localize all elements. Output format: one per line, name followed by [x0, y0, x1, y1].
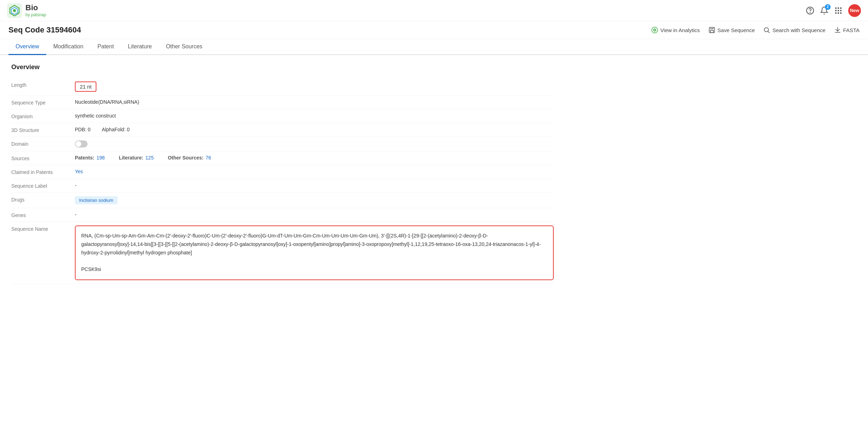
label-seq-type: Sequence Type [11, 99, 75, 106]
svg-line-21 [768, 31, 770, 33]
label-seq-label: Sequence Label [11, 182, 75, 189]
other-sources-value[interactable]: 76 [206, 155, 211, 161]
label-domain: Domain [11, 140, 75, 147]
brand-text: Bio by patsnap [25, 4, 46, 17]
overview-table: Length 21 nt Sequence Type Nucleotide(DN… [11, 78, 554, 284]
notification-badge: 2 [825, 4, 831, 10]
length-badge: 21 nt [75, 82, 96, 92]
overview-row-sources: Sources Patents: 198 Literature: 125 Oth… [11, 151, 554, 165]
fasta-button[interactable]: FASTA [834, 26, 860, 34]
value-organism: synthetic construct [75, 113, 554, 119]
tab-other-sources[interactable]: Other Sources [159, 39, 209, 55]
svg-rect-14 [840, 12, 842, 14]
label-length: Length [11, 82, 75, 88]
header-right: 2 New [806, 4, 861, 17]
help-button[interactable] [806, 6, 814, 15]
svg-point-17 [654, 29, 655, 30]
pdb-value: PDB: 0 [75, 127, 90, 132]
domain-toggle[interactable] [75, 140, 88, 147]
seq-name-box: RNA, (Cm-sp-Um-sp-Am-Gm-Am-Cm-(2′-deoxy-… [75, 225, 554, 280]
other-sources-label: Other Sources: [168, 155, 203, 161]
overview-row-length: Length 21 nt [11, 78, 554, 96]
tab-patent[interactable]: Patent [90, 39, 121, 55]
patents-label: Patents: [75, 155, 94, 161]
overview-row-organism: Organism synthetic construct [11, 109, 554, 123]
notification-button[interactable]: 2 [820, 6, 828, 15]
tab-modification[interactable]: Modification [46, 39, 90, 55]
literature-value[interactable]: 125 [145, 155, 154, 161]
svg-rect-19 [710, 30, 713, 33]
value-genes: - [75, 212, 554, 217]
overview-row-seq-label: Sequence Label - [11, 179, 554, 193]
source-literature: Literature: 125 [119, 155, 154, 161]
svg-rect-11 [840, 10, 842, 11]
toolbar-actions: View in Analytics Save Sequence Search w… [651, 26, 860, 34]
tab-overview[interactable]: Overview [8, 39, 46, 55]
svg-point-3 [13, 9, 16, 12]
overview-row-genes: Genes - [11, 208, 554, 222]
svg-rect-8 [840, 7, 842, 9]
label-organism: Organism [11, 113, 75, 119]
view-analytics-button[interactable]: View in Analytics [651, 26, 700, 34]
value-drugs: Inclisiran sodium [75, 196, 554, 204]
claimed-value: Yes [75, 169, 83, 174]
value-seq-type: Nucleotide(DNA/RNA,siRNA) [75, 99, 554, 105]
analytics-icon [651, 26, 658, 34]
label-genes: Genes [11, 212, 75, 218]
label-sources: Sources [11, 155, 75, 161]
svg-rect-12 [835, 12, 837, 14]
svg-point-5 [810, 12, 810, 13]
overview-row-seq-type: Sequence Type Nucleotide(DNA/RNA,siRNA) [11, 96, 554, 109]
label-claimed: Claimed in Patents [11, 169, 75, 175]
toolbar: Seq Code 31594604 View in Analytics Save… [0, 21, 868, 39]
literature-label: Literature: [119, 155, 143, 161]
value-claimed: Yes [75, 169, 554, 174]
drug-chip[interactable]: Inclisiran sodium [75, 196, 118, 204]
value-seq-label: - [75, 182, 554, 188]
seq-name-short: PCSK9si [81, 265, 547, 274]
new-badge[interactable]: New [848, 4, 861, 17]
seq-name-long: RNA, (Cm-sp-Um-sp-Am-Gm-Am-Cm-(2′-deoxy-… [81, 232, 547, 257]
svg-rect-6 [835, 7, 837, 9]
svg-rect-7 [838, 7, 839, 9]
svg-rect-10 [838, 10, 839, 11]
overview-row-3d-structure: 3D Structure PDB: 0 AlphaFold: 0 [11, 123, 554, 137]
overview-section-title: Overview [11, 64, 554, 71]
source-other: Other Sources: 76 [168, 155, 211, 161]
patents-value[interactable]: 198 [96, 155, 105, 161]
svg-rect-13 [838, 12, 839, 14]
tab-literature[interactable]: Literature [121, 39, 159, 55]
label-drugs: Drugs [11, 196, 75, 203]
label-3d-structure: 3D Structure [11, 127, 75, 133]
value-domain [75, 140, 554, 147]
brand-sub: by patsnap [25, 12, 46, 17]
alphafold-value: AlphaFold: 0 [102, 127, 130, 132]
header-left: Bio by patsnap [7, 3, 46, 18]
logo-icon [7, 3, 22, 18]
save-sequence-button[interactable]: Save Sequence [708, 26, 755, 34]
search-with-sequence-button[interactable]: Search with Sequence [763, 26, 825, 34]
content: Overview Length 21 nt Sequence Type Nucl… [0, 55, 565, 293]
search-icon [763, 26, 770, 34]
svg-point-20 [765, 28, 769, 32]
svg-rect-9 [835, 10, 837, 11]
header: Bio by patsnap 2 [0, 0, 868, 21]
download-icon [834, 26, 841, 34]
overview-row-drugs: Drugs Inclisiran sodium [11, 193, 554, 208]
seq-code-title: Seq Code 31594604 [8, 25, 81, 35]
value-length: 21 nt [75, 82, 554, 92]
save-icon [708, 26, 715, 34]
overview-row-claimed: Claimed in Patents Yes [11, 165, 554, 179]
label-seq-name: Sequence Name [11, 225, 75, 232]
brand-bio: Bio [25, 4, 46, 12]
value-sources: Patents: 198 Literature: 125 Other Sourc… [75, 155, 554, 161]
value-3d-structure: PDB: 0 AlphaFold: 0 [75, 127, 554, 132]
overview-row-seq-name: Sequence Name RNA, (Cm-sp-Um-sp-Am-Gm-Am… [11, 222, 554, 284]
overview-row-domain: Domain [11, 137, 554, 151]
apps-button[interactable] [834, 6, 843, 15]
tabs: Overview Modification Patent Literature … [0, 39, 868, 55]
source-patents: Patents: 198 [75, 155, 105, 161]
